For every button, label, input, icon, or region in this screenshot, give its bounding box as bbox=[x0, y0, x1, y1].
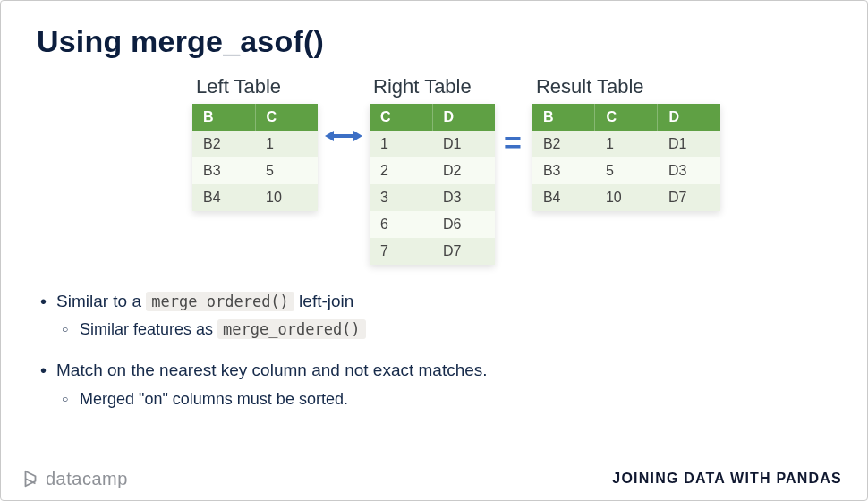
brand-text: datacamp bbox=[46, 469, 128, 489]
bullet-text: Similar to a bbox=[56, 292, 146, 310]
table-header-row: B C D bbox=[532, 104, 720, 131]
code-inline: merge_ordered() bbox=[146, 292, 294, 311]
sub-list: Merged "on" columns must be sorted. bbox=[56, 387, 831, 412]
col-header: B bbox=[532, 104, 595, 131]
datacamp-icon bbox=[21, 469, 40, 488]
col-header: D bbox=[658, 104, 720, 131]
bullet-text: Similar features as bbox=[80, 320, 217, 338]
page-title: Using merge_asof() bbox=[37, 24, 831, 59]
course-title: JOINING DATA WITH PANDAS bbox=[612, 471, 842, 487]
left-table: B C B21 B35 B410 bbox=[192, 104, 318, 211]
left-table-block: Left Table B C B21 B35 B410 bbox=[192, 75, 318, 211]
bullet-text: Merged "on" columns must be sorted. bbox=[80, 390, 348, 408]
result-table: B C D B21D1 B35D3 B410D7 bbox=[532, 104, 720, 211]
col-header: C bbox=[595, 104, 658, 131]
list-item: Similar features as merge_ordered() bbox=[56, 318, 831, 343]
table-row: B21D1 bbox=[532, 131, 720, 157]
svg-marker-2 bbox=[353, 131, 362, 141]
bullet-text: left-join bbox=[294, 292, 354, 310]
sub-list: Similar features as merge_ordered() bbox=[56, 318, 831, 343]
table-row: 3D3 bbox=[370, 184, 495, 211]
col-header: B bbox=[192, 104, 255, 131]
table-row: 1D1 bbox=[370, 131, 495, 157]
list-item: Match on the nearest key column and not … bbox=[37, 357, 831, 412]
table-row: 2D2 bbox=[370, 157, 495, 184]
col-header: C bbox=[255, 104, 318, 131]
result-table-caption: Result Table bbox=[536, 75, 720, 98]
svg-marker-1 bbox=[325, 131, 334, 141]
brand-logo: datacamp bbox=[21, 469, 128, 489]
double-arrow-icon bbox=[318, 75, 370, 145]
col-header: C bbox=[370, 104, 432, 131]
tables-row: Left Table B C B21 B35 B410 Right Table bbox=[117, 75, 796, 265]
slide: Using merge_asof() Left Table B C B21 B3… bbox=[1, 1, 867, 412]
left-table-caption: Left Table bbox=[196, 75, 318, 98]
code-inline: merge_ordered() bbox=[217, 319, 366, 339]
table-row: B410D7 bbox=[532, 184, 720, 211]
table-header-row: B C bbox=[192, 104, 318, 131]
right-table-block: Right Table C D 1D1 2D2 3D3 6D6 7D7 bbox=[370, 75, 495, 265]
footer: datacamp JOINING DATA WITH PANDAS bbox=[1, 457, 867, 500]
table-row: B21 bbox=[192, 131, 318, 157]
right-table: C D 1D1 2D2 3D3 6D6 7D7 bbox=[370, 104, 495, 265]
list-item: Merged "on" columns must be sorted. bbox=[56, 387, 831, 412]
list-item: Similar to a merge_ordered() left-join S… bbox=[37, 288, 831, 343]
table-row: B410 bbox=[192, 184, 318, 211]
right-table-caption: Right Table bbox=[373, 75, 495, 98]
equals-icon: = bbox=[495, 75, 532, 160]
col-header: D bbox=[432, 104, 495, 131]
table-row: B35 bbox=[192, 157, 318, 184]
table-row: 7D7 bbox=[370, 238, 495, 265]
table-row: 6D6 bbox=[370, 211, 495, 238]
result-table-block: Result Table B C D B21D1 B35D3 B410D7 bbox=[532, 75, 720, 211]
bullet-text: Match on the nearest key column and not … bbox=[56, 361, 488, 379]
bullet-list: Similar to a merge_ordered() left-join S… bbox=[37, 288, 831, 412]
table-row: B35D3 bbox=[532, 157, 720, 184]
table-header-row: C D bbox=[370, 104, 495, 131]
